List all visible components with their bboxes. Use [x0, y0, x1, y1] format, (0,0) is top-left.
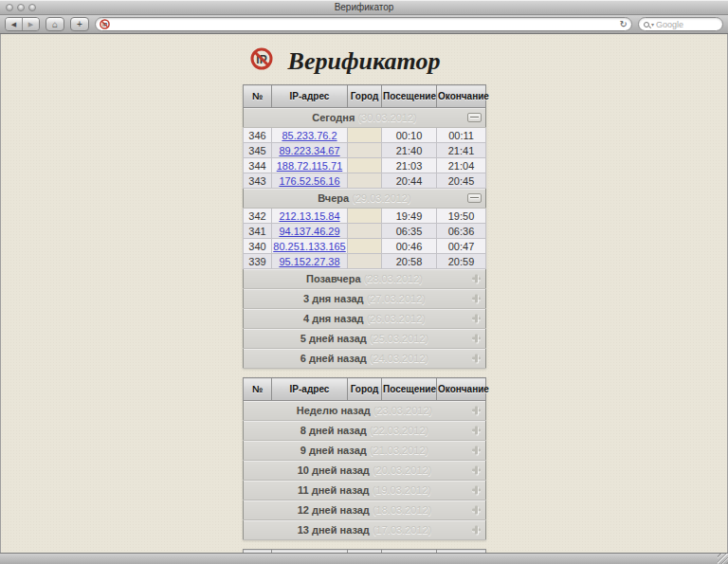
day-group-cell[interactable]: Позавчера (28.03.2012) [244, 269, 486, 289]
day-date: (28.03.2012) [364, 273, 423, 284]
expand-icon[interactable] [471, 334, 482, 344]
window-titlebar[interactable]: Верификатор [0, 0, 728, 15]
search-input[interactable] [656, 20, 718, 29]
day-group-cell[interactable]: 9 дней назад (21.03.2012) [244, 441, 486, 461]
day-group-cell[interactable]: 13 дней назад (17.03.2012) [244, 520, 486, 540]
expand-icon[interactable] [471, 446, 482, 456]
column-header: IP-адрес [272, 85, 348, 108]
visit-number: 342 [244, 209, 272, 224]
address-input[interactable] [114, 19, 616, 29]
expand-icon[interactable] [471, 294, 482, 304]
day-label: Сегодня [312, 112, 355, 123]
expand-icon[interactable] [471, 505, 482, 516]
ip-link[interactable]: 188.72.115.71 [277, 160, 343, 172]
day-group-row[interactable]: 6 дней назад (24.03.2012) [244, 349, 486, 369]
ip-link[interactable]: 95.152.27.38 [279, 256, 339, 267]
city-cell [348, 143, 382, 158]
visit-start-time: 20:44 [382, 173, 437, 189]
day-group-row[interactable]: Позавчера (28.03.2012) [244, 269, 486, 289]
ip-link[interactable]: 176.52.56.16 [279, 175, 339, 187]
day-group-row[interactable]: 11 дней назад (19.03.2012) [244, 481, 486, 500]
collapse-icon[interactable] [467, 193, 482, 203]
collapse-icon[interactable] [467, 113, 482, 122]
day-date: (20.03.2012) [373, 464, 431, 476]
day-group-row[interactable]: 10 дней назад (20.03.2012) [244, 461, 486, 481]
day-group-cell[interactable]: 11 дней назад (19.03.2012) [244, 481, 486, 500]
search-box[interactable]: ▾ [638, 17, 723, 31]
visit-number: 341 [244, 224, 272, 239]
day-date: (26.03.2012) [367, 313, 426, 324]
day-group-row[interactable]: 9 дней назад (21.03.2012) [244, 441, 486, 461]
ip-link[interactable]: 89.223.34.67 [279, 145, 339, 156]
visit-number: 344 [244, 158, 272, 173]
expand-icon[interactable] [471, 465, 482, 476]
expand-icon[interactable] [471, 406, 482, 416]
column-header-row: №IP-адресГородПосещениеОкончание [244, 85, 486, 108]
day-label: 4 дня назад [303, 313, 364, 324]
city-cell [348, 224, 382, 239]
expand-icon[interactable] [471, 525, 482, 536]
visit-row: 343176.52.56.1620:4420:45 [244, 173, 486, 189]
day-group-row[interactable]: 12 дней назад (18.03.2012) [244, 500, 486, 520]
ip-link[interactable]: 212.13.15.84 [279, 210, 339, 222]
expand-icon[interactable] [471, 485, 482, 496]
address-bar[interactable]: IP ↻ [95, 17, 632, 31]
column-header: IP-адрес [272, 378, 348, 401]
visit-number: 345 [244, 143, 272, 158]
day-label: 5 дней назад [300, 333, 367, 344]
day-group-row[interactable]: 5 дней назад (25.03.2012) [244, 329, 486, 349]
day-date: (17.03.2012) [373, 524, 431, 536]
expand-icon[interactable] [471, 354, 482, 364]
city-cell [348, 254, 382, 269]
no-ip-logo-icon: IP [250, 47, 273, 70]
column-header: Город [348, 85, 382, 108]
browser-toolbar: ◀ ▶ ⌂ + IP ↻ ▾ [0, 15, 728, 34]
day-group-cell[interactable]: 4 дня назад (26.03.2012) [244, 309, 486, 329]
home-button[interactable]: ⌂ [46, 17, 64, 31]
ip-link[interactable]: 94.137.46.29 [279, 226, 339, 237]
day-group-cell[interactable]: 8 дней назад (22.03.2012) [244, 421, 486, 441]
day-group-row[interactable]: Неделю назад (23.03.2012) [244, 401, 486, 421]
search-engine-chevron-icon[interactable]: ▾ [651, 21, 654, 27]
column-header: Посещение [382, 85, 437, 108]
expand-icon[interactable] [471, 274, 482, 284]
ip-link[interactable]: 80.251.133.165 [273, 241, 345, 252]
city-cell [348, 128, 382, 143]
day-label: 12 дней назад [298, 504, 370, 516]
visit-row: 33995.152.27.3820:5820:59 [244, 254, 486, 269]
day-group-row[interactable]: 4 дня назад (26.03.2012) [244, 309, 486, 329]
visits-table: №IP-адресГородПосещениеОкончаниеНеделю н… [243, 377, 486, 540]
day-group-cell[interactable]: 5 дней назад (25.03.2012) [244, 329, 486, 349]
day-group-cell[interactable]: 12 дней назад (18.03.2012) [244, 500, 486, 520]
visit-end-time: 21:41 [437, 143, 486, 158]
forward-button[interactable]: ▶ [22, 18, 39, 30]
back-button[interactable]: ◀ [6, 18, 22, 30]
day-group-row[interactable]: Вчера (29.03.2012) [244, 189, 486, 209]
day-group-row[interactable]: 8 дней назад (22.03.2012) [244, 421, 486, 441]
visit-number: 339 [244, 254, 272, 269]
day-group-cell[interactable]: Неделю назад (23.03.2012) [244, 401, 486, 421]
column-header: № [244, 378, 272, 401]
day-group-row[interactable]: 3 дня назад (27.03.2012) [244, 289, 486, 309]
day-group-cell[interactable]: Сегодня (30.03.2012) [244, 108, 486, 128]
day-group-cell[interactable]: 3 дня назад (27.03.2012) [244, 289, 486, 309]
visit-start-time: 20:58 [382, 254, 437, 269]
day-group-cell[interactable]: Вчера (29.03.2012) [244, 189, 486, 209]
day-group-cell[interactable]: 10 дней назад (20.03.2012) [244, 461, 486, 481]
visit-start-time: 21:03 [382, 158, 437, 173]
ip-cell: 176.52.56.16 [272, 173, 348, 189]
resize-grip[interactable] [718, 554, 728, 564]
ip-link[interactable]: 85.233.76.2 [282, 130, 337, 141]
day-group-row[interactable]: 13 дней назад (17.03.2012) [244, 520, 486, 540]
page-content: IP Верификатор №IP-адресГородПосещениеОк… [0, 34, 728, 553]
expand-icon[interactable] [471, 426, 482, 436]
reload-icon[interactable]: ↻ [620, 20, 628, 29]
column-header: Окончание [437, 85, 486, 108]
expand-icon[interactable] [471, 314, 482, 324]
ip-cell: 85.233.76.2 [272, 128, 348, 143]
visit-start-time: 06:35 [382, 224, 437, 239]
new-tab-button[interactable]: + [70, 17, 89, 31]
day-group-row[interactable]: Сегодня (30.03.2012) [244, 108, 486, 128]
day-group-cell[interactable]: 6 дней назад (24.03.2012) [244, 349, 486, 369]
visit-start-time: 21:40 [382, 143, 437, 158]
